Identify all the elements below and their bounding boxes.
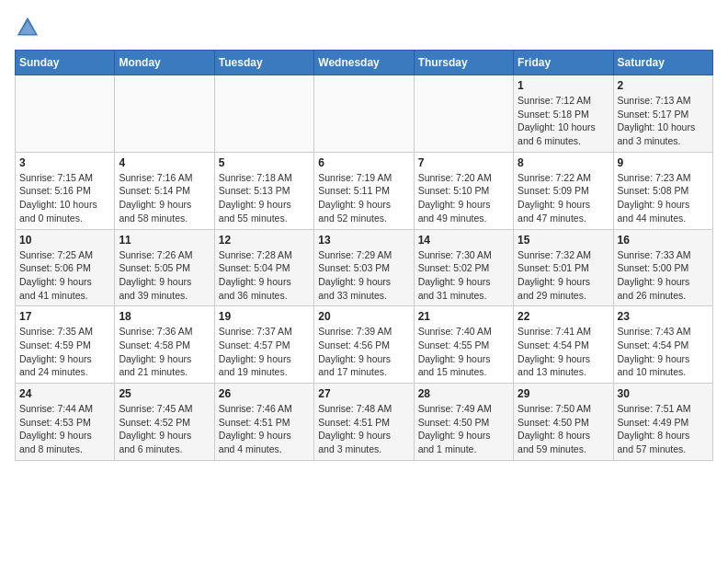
calendar-body: 1Sunrise: 7:12 AM Sunset: 5:18 PM Daylig…	[16, 75, 713, 461]
day-info: Sunrise: 7:26 AM Sunset: 5:05 PM Dayligh…	[119, 248, 210, 303]
page-header	[15, 15, 713, 40]
calendar-cell: 27Sunrise: 7:48 AM Sunset: 4:51 PM Dayli…	[314, 384, 414, 461]
calendar-cell: 18Sunrise: 7:36 AM Sunset: 4:58 PM Dayli…	[115, 306, 214, 384]
calendar-cell: 19Sunrise: 7:37 AM Sunset: 4:57 PM Dayli…	[214, 306, 313, 384]
day-info: Sunrise: 7:36 AM Sunset: 4:58 PM Dayligh…	[119, 325, 210, 379]
calendar-cell: 14Sunrise: 7:30 AM Sunset: 5:02 PM Dayli…	[414, 229, 513, 306]
calendar-cell: 28Sunrise: 7:49 AM Sunset: 4:50 PM Dayli…	[414, 384, 513, 461]
day-number: 27	[318, 387, 409, 400]
day-info: Sunrise: 7:13 AM Sunset: 5:17 PM Dayligh…	[618, 94, 709, 148]
day-info: Sunrise: 7:33 AM Sunset: 5:00 PM Dayligh…	[618, 248, 709, 303]
day-number: 29	[518, 387, 609, 400]
weekday-thursday: Thursday	[414, 51, 513, 75]
day-info: Sunrise: 7:46 AM Sunset: 4:51 PM Dayligh…	[219, 402, 310, 456]
weekday-sunday: Sunday	[16, 51, 115, 75]
calendar-week-4: 17Sunrise: 7:35 AM Sunset: 4:59 PM Dayli…	[16, 306, 713, 384]
weekday-friday: Friday	[514, 51, 613, 75]
day-number: 10	[19, 234, 110, 247]
calendar-cell: 2Sunrise: 7:13 AM Sunset: 5:17 PM Daylig…	[613, 75, 712, 153]
day-number: 9	[618, 156, 709, 169]
day-number: 22	[518, 310, 609, 323]
weekday-monday: Monday	[115, 51, 214, 75]
logo	[15, 15, 44, 40]
day-info: Sunrise: 7:39 AM Sunset: 4:56 PM Dayligh…	[318, 325, 409, 379]
day-number: 28	[418, 387, 509, 400]
day-info: Sunrise: 7:30 AM Sunset: 5:02 PM Dayligh…	[418, 248, 509, 303]
calendar-cell: 30Sunrise: 7:51 AM Sunset: 4:49 PM Dayli…	[613, 384, 712, 461]
day-number: 16	[618, 234, 709, 247]
calendar-cell	[214, 75, 313, 153]
day-number: 5	[219, 156, 310, 169]
day-info: Sunrise: 7:25 AM Sunset: 5:06 PM Dayligh…	[19, 248, 110, 303]
day-number: 13	[318, 234, 409, 247]
day-number: 26	[219, 387, 310, 400]
day-info: Sunrise: 7:51 AM Sunset: 4:49 PM Dayligh…	[618, 402, 709, 456]
calendar-cell: 15Sunrise: 7:32 AM Sunset: 5:01 PM Dayli…	[514, 229, 613, 306]
day-number: 21	[418, 310, 509, 323]
day-info: Sunrise: 7:28 AM Sunset: 5:04 PM Dayligh…	[219, 248, 310, 303]
calendar-week-3: 10Sunrise: 7:25 AM Sunset: 5:06 PM Dayli…	[16, 229, 713, 306]
day-number: 14	[418, 234, 509, 247]
day-number: 12	[219, 234, 310, 247]
calendar-cell: 17Sunrise: 7:35 AM Sunset: 4:59 PM Dayli…	[16, 306, 115, 384]
calendar-table: SundayMondayTuesdayWednesdayThursdayFrid…	[15, 50, 713, 461]
day-info: Sunrise: 7:23 AM Sunset: 5:08 PM Dayligh…	[618, 171, 709, 225]
day-number: 17	[19, 310, 110, 323]
day-number: 19	[219, 310, 310, 323]
calendar-cell: 4Sunrise: 7:16 AM Sunset: 5:14 PM Daylig…	[115, 152, 214, 229]
calendar-cell: 6Sunrise: 7:19 AM Sunset: 5:11 PM Daylig…	[314, 152, 414, 229]
day-info: Sunrise: 7:29 AM Sunset: 5:03 PM Dayligh…	[318, 248, 409, 303]
calendar-cell: 23Sunrise: 7:43 AM Sunset: 4:54 PM Dayli…	[613, 306, 712, 384]
calendar-cell	[414, 75, 513, 153]
day-number: 7	[418, 156, 509, 169]
day-info: Sunrise: 7:41 AM Sunset: 4:54 PM Dayligh…	[518, 325, 609, 379]
day-info: Sunrise: 7:15 AM Sunset: 5:16 PM Dayligh…	[19, 171, 110, 225]
day-number: 15	[518, 234, 609, 247]
day-info: Sunrise: 7:45 AM Sunset: 4:52 PM Dayligh…	[119, 402, 210, 456]
calendar-cell: 24Sunrise: 7:44 AM Sunset: 4:53 PM Dayli…	[16, 384, 115, 461]
day-info: Sunrise: 7:22 AM Sunset: 5:09 PM Dayligh…	[518, 171, 609, 225]
day-info: Sunrise: 7:40 AM Sunset: 4:55 PM Dayligh…	[418, 325, 509, 379]
day-number: 25	[119, 387, 210, 400]
day-info: Sunrise: 7:12 AM Sunset: 5:18 PM Dayligh…	[518, 94, 609, 148]
calendar-cell: 9Sunrise: 7:23 AM Sunset: 5:08 PM Daylig…	[613, 152, 712, 229]
day-info: Sunrise: 7:49 AM Sunset: 4:50 PM Dayligh…	[418, 402, 509, 456]
day-number: 3	[19, 156, 110, 169]
day-number: 24	[19, 387, 110, 400]
calendar-cell	[16, 75, 115, 153]
day-number: 6	[318, 156, 409, 169]
calendar-cell: 29Sunrise: 7:50 AM Sunset: 4:50 PM Dayli…	[514, 384, 613, 461]
day-number: 20	[318, 310, 409, 323]
day-number: 8	[518, 156, 609, 169]
calendar-cell: 3Sunrise: 7:15 AM Sunset: 5:16 PM Daylig…	[16, 152, 115, 229]
calendar-cell: 11Sunrise: 7:26 AM Sunset: 5:05 PM Dayli…	[115, 229, 214, 306]
weekday-saturday: Saturday	[613, 51, 712, 75]
logo-icon	[15, 15, 40, 40]
day-info: Sunrise: 7:20 AM Sunset: 5:10 PM Dayligh…	[418, 171, 509, 225]
calendar-cell: 22Sunrise: 7:41 AM Sunset: 4:54 PM Dayli…	[514, 306, 613, 384]
day-info: Sunrise: 7:16 AM Sunset: 5:14 PM Dayligh…	[119, 171, 210, 225]
calendar-cell	[115, 75, 214, 153]
calendar-cell: 5Sunrise: 7:18 AM Sunset: 5:13 PM Daylig…	[214, 152, 313, 229]
calendar-cell	[314, 75, 414, 153]
calendar-week-2: 3Sunrise: 7:15 AM Sunset: 5:16 PM Daylig…	[16, 152, 713, 229]
calendar-cell: 7Sunrise: 7:20 AM Sunset: 5:10 PM Daylig…	[414, 152, 513, 229]
calendar-cell: 13Sunrise: 7:29 AM Sunset: 5:03 PM Dayli…	[314, 229, 414, 306]
day-number: 11	[119, 234, 210, 247]
day-number: 1	[518, 79, 609, 92]
calendar-week-5: 24Sunrise: 7:44 AM Sunset: 4:53 PM Dayli…	[16, 384, 713, 461]
calendar-cell: 16Sunrise: 7:33 AM Sunset: 5:00 PM Dayli…	[613, 229, 712, 306]
day-info: Sunrise: 7:43 AM Sunset: 4:54 PM Dayligh…	[618, 325, 709, 379]
calendar-cell: 20Sunrise: 7:39 AM Sunset: 4:56 PM Dayli…	[314, 306, 414, 384]
weekday-row: SundayMondayTuesdayWednesdayThursdayFrid…	[16, 51, 713, 75]
weekday-tuesday: Tuesday	[214, 51, 313, 75]
calendar-cell: 12Sunrise: 7:28 AM Sunset: 5:04 PM Dayli…	[214, 229, 313, 306]
weekday-wednesday: Wednesday	[314, 51, 414, 75]
day-number: 4	[119, 156, 210, 169]
day-number: 30	[618, 387, 709, 400]
calendar-cell: 8Sunrise: 7:22 AM Sunset: 5:09 PM Daylig…	[514, 152, 613, 229]
day-info: Sunrise: 7:37 AM Sunset: 4:57 PM Dayligh…	[219, 325, 310, 379]
day-info: Sunrise: 7:50 AM Sunset: 4:50 PM Dayligh…	[518, 402, 609, 456]
calendar-week-1: 1Sunrise: 7:12 AM Sunset: 5:18 PM Daylig…	[16, 75, 713, 153]
calendar-cell: 26Sunrise: 7:46 AM Sunset: 4:51 PM Dayli…	[214, 384, 313, 461]
